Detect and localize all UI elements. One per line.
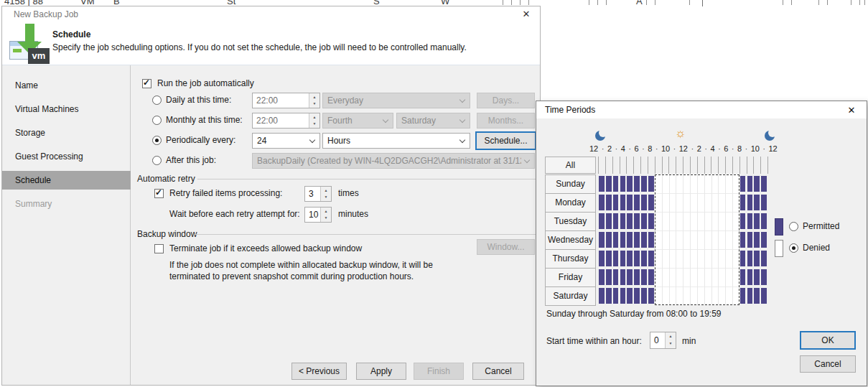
time-periods-close-icon[interactable]: ✕ (845, 104, 858, 117)
time-cell-permitted[interactable] (754, 251, 760, 266)
time-cell-permitted[interactable] (641, 288, 647, 304)
time-cell-permitted[interactable] (761, 288, 767, 304)
time-cells-denied-selection[interactable] (655, 174, 739, 305)
time-cell-permitted[interactable] (620, 251, 626, 266)
time-cell-permitted[interactable] (627, 251, 633, 266)
time-cell-permitted[interactable] (747, 269, 753, 285)
daily-radio[interactable] (152, 95, 162, 105)
time-cell-permitted[interactable] (627, 232, 633, 248)
time-cell-permitted[interactable] (747, 288, 753, 304)
periodically-value-dropdown[interactable]: 24 (252, 133, 320, 149)
time-cell-permitted[interactable] (606, 269, 612, 285)
time-cell-permitted[interactable] (599, 176, 605, 192)
time-cell-permitted[interactable] (761, 232, 767, 248)
time-cell-permitted[interactable] (606, 176, 612, 192)
apply-button[interactable]: Apply (356, 363, 406, 380)
monthly-radio[interactable] (152, 116, 162, 125)
time-cell-permitted[interactable] (747, 176, 753, 192)
grid-day-button[interactable]: Tuesday (546, 212, 595, 230)
time-cell-permitted[interactable] (641, 269, 647, 285)
start-time-spinner[interactable]: 0 ▲▼ (650, 332, 676, 349)
time-cell-permitted[interactable] (740, 269, 746, 285)
grid-day-button[interactable]: Monday (546, 193, 595, 212)
time-cell-permitted[interactable] (754, 232, 760, 248)
time-cell-permitted[interactable] (627, 195, 633, 210)
time-cell-permitted[interactable] (740, 176, 746, 192)
terminate-checkbox[interactable] (154, 244, 164, 253)
time-cell-permitted[interactable] (740, 251, 746, 266)
retry-count-spinner[interactable]: 3 ▲▼ (304, 186, 332, 202)
time-cell-permitted[interactable] (754, 213, 760, 229)
time-cell-permitted[interactable] (641, 176, 647, 192)
time-cell-permitted[interactable] (740, 288, 746, 304)
time-cell-permitted[interactable] (599, 251, 605, 266)
time-cell-permitted[interactable] (613, 213, 619, 229)
time-cell-permitted[interactable] (620, 195, 626, 210)
cancel-button[interactable]: Cancel (472, 363, 524, 380)
time-cell-permitted[interactable] (599, 269, 605, 285)
time-cell-permitted[interactable] (613, 232, 619, 248)
time-cell-permitted[interactable] (761, 269, 767, 285)
time-cell-permitted[interactable] (754, 269, 760, 285)
time-cell-permitted[interactable] (648, 213, 654, 229)
time-cell-permitted[interactable] (613, 195, 619, 210)
time-cell-permitted[interactable] (634, 213, 640, 229)
sidebar-item-guest-processing[interactable]: Guest Processing (2, 147, 131, 166)
time-cell-permitted[interactable] (641, 213, 647, 229)
ok-button[interactable]: OK (800, 331, 856, 350)
time-cell-permitted[interactable] (641, 251, 647, 266)
previous-button[interactable]: < Previous (291, 363, 347, 380)
time-cell-permitted[interactable] (634, 251, 640, 266)
time-cell-permitted[interactable] (613, 251, 619, 266)
time-cell-permitted[interactable] (620, 269, 626, 285)
time-cell-permitted[interactable] (627, 213, 633, 229)
time-cell-permitted[interactable] (648, 232, 654, 248)
periodically-radio[interactable] (152, 136, 162, 145)
time-cell-permitted[interactable] (747, 213, 753, 229)
time-cell-permitted[interactable] (761, 176, 767, 192)
tp-cancel-button[interactable]: Cancel (800, 355, 856, 373)
sidebar-item-schedule[interactable]: Schedule (2, 171, 131, 190)
time-cell-permitted[interactable] (740, 213, 746, 229)
time-cell-permitted[interactable] (627, 176, 633, 192)
run-automatically-checkbox[interactable]: ✓ (142, 79, 151, 88)
time-cell-permitted[interactable] (634, 195, 640, 210)
time-cell-permitted[interactable] (606, 195, 612, 210)
sidebar-item-virtual-machines[interactable]: Virtual Machines (2, 100, 131, 118)
time-cell-permitted[interactable] (740, 195, 746, 210)
time-cell-permitted[interactable] (754, 195, 760, 210)
time-cell-permitted[interactable] (634, 176, 640, 192)
time-cell-permitted[interactable] (599, 195, 605, 210)
grid-day-button[interactable]: Friday (546, 268, 595, 286)
schedule-button[interactable]: Schedule... (475, 131, 536, 150)
time-cell-permitted[interactable] (754, 176, 760, 192)
time-cell-permitted[interactable] (613, 269, 619, 285)
time-cell-permitted[interactable] (648, 288, 654, 304)
time-cell-permitted[interactable] (599, 213, 605, 229)
time-cell-permitted[interactable] (620, 232, 626, 248)
time-cell-permitted[interactable] (606, 251, 612, 266)
time-cell-permitted[interactable] (648, 195, 654, 210)
time-cell-permitted[interactable] (761, 213, 767, 229)
monthly-time-spinner[interactable]: 22:00 ▲▼ (252, 113, 320, 129)
time-cell-permitted[interactable] (606, 232, 612, 248)
time-cell-permitted[interactable] (620, 288, 626, 304)
grid-day-button[interactable]: Saturday (546, 286, 595, 305)
time-cell-permitted[interactable] (761, 251, 767, 266)
time-cell-permitted[interactable] (606, 213, 612, 229)
grid-day-button[interactable]: Sunday (546, 175, 595, 193)
time-cell-permitted[interactable] (740, 232, 746, 248)
time-cell-permitted[interactable] (620, 176, 626, 192)
denied-radio[interactable] (789, 243, 798, 253)
permitted-radio[interactable] (789, 222, 798, 231)
time-cell-permitted[interactable] (634, 232, 640, 248)
time-cell-permitted[interactable] (606, 288, 612, 304)
wizard-close-icon[interactable]: ✕ (520, 8, 533, 21)
wait-minutes-spinner[interactable]: 10 ▲▼ (304, 207, 332, 223)
daily-time-spinner[interactable]: 22:00 ▲▼ (252, 93, 320, 108)
time-cell-permitted[interactable] (627, 269, 633, 285)
time-cell-permitted[interactable] (641, 195, 647, 210)
time-cell-permitted[interactable] (747, 251, 753, 266)
sidebar-item-name[interactable]: Name (2, 76, 131, 95)
retry-checkbox[interactable]: ✓ (154, 189, 164, 198)
